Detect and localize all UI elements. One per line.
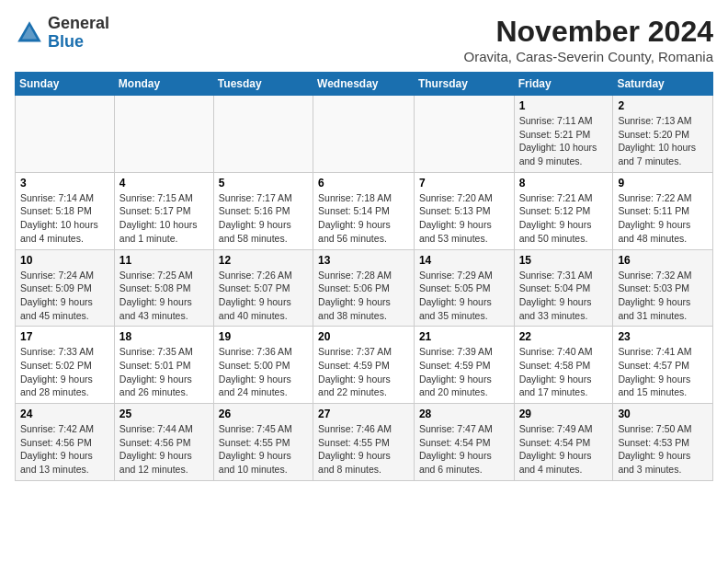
calendar-cell: 17Sunrise: 7:33 AM Sunset: 5:02 PM Dayli… (16, 327, 115, 404)
calendar-cell (313, 96, 415, 173)
day-info: Sunrise: 7:29 AM Sunset: 5:05 PM Dayligh… (419, 269, 509, 323)
day-info: Sunrise: 7:11 AM Sunset: 5:21 PM Dayligh… (519, 114, 609, 168)
day-number: 14 (419, 254, 509, 267)
day-number: 16 (618, 254, 708, 267)
calendar-cell: 2Sunrise: 7:13 AM Sunset: 5:20 PM Daylig… (613, 96, 713, 173)
day-info: Sunrise: 7:37 AM Sunset: 4:59 PM Dayligh… (318, 345, 409, 399)
calendar-week-5: 24Sunrise: 7:42 AM Sunset: 4:56 PM Dayli… (16, 404, 713, 481)
calendar-cell: 16Sunrise: 7:32 AM Sunset: 5:03 PM Dayli… (613, 249, 713, 327)
day-info: Sunrise: 7:24 AM Sunset: 5:09 PM Dayligh… (20, 269, 109, 323)
day-number: 13 (318, 254, 409, 267)
calendar-cell: 5Sunrise: 7:17 AM Sunset: 5:16 PM Daylig… (213, 172, 313, 249)
calendar-cell: 15Sunrise: 7:31 AM Sunset: 5:04 PM Dayli… (514, 249, 613, 327)
logo-text: General Blue (48, 15, 109, 52)
calendar-cell: 18Sunrise: 7:35 AM Sunset: 5:01 PM Dayli… (114, 327, 213, 404)
page-subtitle: Oravita, Caras-Severin County, Romania (464, 49, 714, 64)
day-info: Sunrise: 7:15 AM Sunset: 5:17 PM Dayligh… (119, 191, 209, 246)
calendar-cell: 3Sunrise: 7:14 AM Sunset: 5:18 PM Daylig… (16, 172, 115, 249)
day-number: 15 (519, 254, 609, 267)
calendar-cell (213, 96, 313, 173)
calendar-cell: 4Sunrise: 7:15 AM Sunset: 5:17 PM Daylig… (114, 172, 213, 249)
calendar-cell (16, 96, 115, 173)
calendar-cell: 14Sunrise: 7:29 AM Sunset: 5:05 PM Dayli… (414, 249, 514, 327)
calendar-header-wednesday: Wednesday (313, 73, 415, 96)
day-number: 29 (519, 408, 609, 420)
day-number: 30 (618, 408, 708, 420)
calendar-cell: 24Sunrise: 7:42 AM Sunset: 4:56 PM Dayli… (16, 404, 115, 481)
day-number: 3 (20, 177, 109, 190)
calendar-cell (114, 96, 213, 173)
day-number: 17 (20, 330, 109, 343)
day-info: Sunrise: 7:32 AM Sunset: 5:03 PM Dayligh… (618, 269, 708, 323)
day-info: Sunrise: 7:13 AM Sunset: 5:20 PM Dayligh… (618, 114, 708, 168)
day-info: Sunrise: 7:50 AM Sunset: 4:53 PM Dayligh… (618, 422, 708, 477)
calendar-cell (414, 96, 514, 173)
day-info: Sunrise: 7:49 AM Sunset: 4:54 PM Dayligh… (519, 422, 609, 477)
day-number: 5 (219, 177, 308, 190)
day-number: 6 (318, 177, 409, 190)
calendar-header-saturday: Saturday (613, 73, 713, 96)
calendar-cell: 1Sunrise: 7:11 AM Sunset: 5:21 PM Daylig… (514, 96, 613, 173)
page-title: November 2024 (464, 15, 714, 49)
day-info: Sunrise: 7:47 AM Sunset: 4:54 PM Dayligh… (419, 422, 509, 477)
title-block: November 2024 Oravita, Caras-Severin Cou… (464, 15, 714, 64)
day-info: Sunrise: 7:35 AM Sunset: 5:01 PM Dayligh… (119, 345, 209, 399)
day-info: Sunrise: 7:17 AM Sunset: 5:16 PM Dayligh… (219, 191, 308, 246)
day-number: 22 (519, 330, 609, 343)
day-info: Sunrise: 7:40 AM Sunset: 4:58 PM Dayligh… (519, 345, 609, 399)
day-info: Sunrise: 7:36 AM Sunset: 5:00 PM Dayligh… (219, 345, 308, 399)
calendar-cell: 26Sunrise: 7:45 AM Sunset: 4:55 PM Dayli… (213, 404, 313, 481)
calendar-header-monday: Monday (114, 73, 213, 96)
calendar-cell: 30Sunrise: 7:50 AM Sunset: 4:53 PM Dayli… (613, 404, 713, 481)
calendar-week-3: 10Sunrise: 7:24 AM Sunset: 5:09 PM Dayli… (16, 249, 713, 327)
day-number: 2 (618, 99, 708, 112)
calendar-header-friday: Friday (514, 73, 613, 96)
calendar-cell: 28Sunrise: 7:47 AM Sunset: 4:54 PM Dayli… (414, 404, 514, 481)
calendar-header-tuesday: Tuesday (213, 73, 313, 96)
day-info: Sunrise: 7:22 AM Sunset: 5:11 PM Dayligh… (618, 191, 708, 246)
day-info: Sunrise: 7:26 AM Sunset: 5:07 PM Dayligh… (219, 269, 308, 323)
day-number: 4 (119, 177, 209, 190)
calendar-cell: 20Sunrise: 7:37 AM Sunset: 4:59 PM Dayli… (313, 327, 415, 404)
day-number: 8 (519, 177, 609, 190)
day-number: 10 (20, 254, 109, 267)
calendar-cell: 10Sunrise: 7:24 AM Sunset: 5:09 PM Dayli… (16, 249, 115, 327)
calendar-cell: 22Sunrise: 7:40 AM Sunset: 4:58 PM Dayli… (514, 327, 613, 404)
calendar-cell: 11Sunrise: 7:25 AM Sunset: 5:08 PM Dayli… (114, 249, 213, 327)
calendar-cell: 8Sunrise: 7:21 AM Sunset: 5:12 PM Daylig… (514, 172, 613, 249)
calendar-header-thursday: Thursday (414, 73, 514, 96)
logo: General Blue (15, 15, 109, 52)
calendar-cell: 13Sunrise: 7:28 AM Sunset: 5:06 PM Dayli… (313, 249, 415, 327)
day-info: Sunrise: 7:46 AM Sunset: 4:55 PM Dayligh… (318, 422, 409, 477)
calendar-week-1: 1Sunrise: 7:11 AM Sunset: 5:21 PM Daylig… (16, 96, 713, 173)
day-number: 25 (119, 408, 209, 420)
calendar-table: SundayMondayTuesdayWednesdayThursdayFrid… (15, 72, 713, 481)
day-number: 11 (119, 254, 209, 267)
logo-icon (15, 18, 44, 48)
day-number: 24 (20, 408, 109, 420)
calendar-header-row: SundayMondayTuesdayWednesdayThursdayFrid… (16, 73, 713, 96)
calendar-week-2: 3Sunrise: 7:14 AM Sunset: 5:18 PM Daylig… (16, 172, 713, 249)
page-header: General Blue November 2024 Oravita, Cara… (15, 15, 713, 64)
calendar-cell: 6Sunrise: 7:18 AM Sunset: 5:14 PM Daylig… (313, 172, 415, 249)
calendar-header-sunday: Sunday (16, 73, 115, 96)
day-info: Sunrise: 7:31 AM Sunset: 5:04 PM Dayligh… (519, 269, 609, 323)
day-number: 18 (119, 330, 209, 343)
day-info: Sunrise: 7:25 AM Sunset: 5:08 PM Dayligh… (119, 269, 209, 323)
day-info: Sunrise: 7:41 AM Sunset: 4:57 PM Dayligh… (618, 345, 708, 399)
day-info: Sunrise: 7:18 AM Sunset: 5:14 PM Dayligh… (318, 191, 409, 246)
day-number: 1 (519, 99, 609, 112)
calendar-cell: 9Sunrise: 7:22 AM Sunset: 5:11 PM Daylig… (613, 172, 713, 249)
calendar-cell: 21Sunrise: 7:39 AM Sunset: 4:59 PM Dayli… (414, 327, 514, 404)
day-number: 28 (419, 408, 509, 420)
calendar-cell: 25Sunrise: 7:44 AM Sunset: 4:56 PM Dayli… (114, 404, 213, 481)
day-number: 27 (318, 408, 409, 420)
day-number: 7 (419, 177, 509, 190)
calendar-cell: 29Sunrise: 7:49 AM Sunset: 4:54 PM Dayli… (514, 404, 613, 481)
day-number: 20 (318, 330, 409, 343)
day-number: 9 (618, 177, 708, 190)
day-info: Sunrise: 7:20 AM Sunset: 5:13 PM Dayligh… (419, 191, 509, 246)
day-info: Sunrise: 7:39 AM Sunset: 4:59 PM Dayligh… (419, 345, 509, 399)
day-info: Sunrise: 7:33 AM Sunset: 5:02 PM Dayligh… (20, 345, 109, 399)
day-info: Sunrise: 7:42 AM Sunset: 4:56 PM Dayligh… (20, 422, 109, 477)
